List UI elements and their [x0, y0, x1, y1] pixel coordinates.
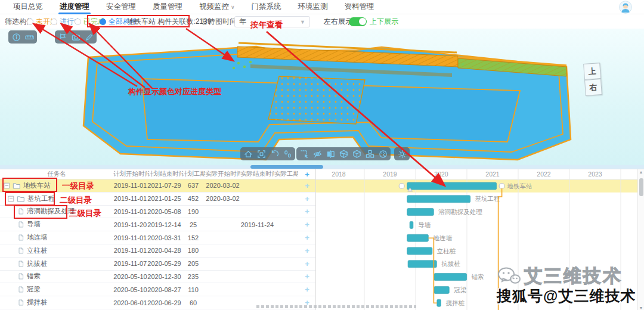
gantt-handle-right[interactable]	[499, 184, 504, 189]
add-row-icon[interactable]: +	[298, 181, 316, 190]
radio-icon[interactable]	[27, 18, 33, 25]
home-icon[interactable]	[242, 148, 254, 159]
schedule-panel: 任务名计划开始时间计划结束时间计划工期实际开始时间实际结束时间实际工期+ 地铁车…	[0, 169, 644, 310]
camera-icon[interactable]	[70, 32, 82, 42]
task-name: 地铁车站	[23, 181, 51, 190]
layout-toggle-switch[interactable]	[349, 17, 367, 26]
pencil-icon[interactable]	[83, 32, 95, 42]
flag-icon[interactable]	[57, 32, 69, 42]
walk-icon[interactable]	[281, 148, 293, 159]
gantt-bar-label: 立柱桩	[437, 247, 456, 255]
view-cube-side-face[interactable]: 右	[584, 79, 602, 96]
add-row-icon[interactable]: +	[298, 207, 316, 216]
cube-icon[interactable]	[351, 148, 363, 159]
gantt-bar[interactable]	[407, 247, 432, 255]
table-row[interactable]: 抗拔桩 2019-11-07 2020-05-29 205 +	[0, 258, 315, 271]
task-name: 导墙	[27, 220, 41, 229]
gantt-bar-label: 锚索	[472, 273, 484, 280]
caption-text-illegible	[256, 305, 416, 308]
component-association-text: 地铁车站 构件关联数:2139	[127, 14, 211, 29]
add-row-icon[interactable]: +	[298, 259, 316, 268]
vertical-scrollbar[interactable]: ▲ ▼	[637, 169, 644, 310]
undo-icon[interactable]	[268, 148, 280, 159]
nav-item-7[interactable]: 资料管理	[336, 0, 383, 14]
table-row[interactable]: 锚索 2020-05-10 2020-12-30 235 +	[0, 271, 315, 284]
gantt-bar[interactable]	[407, 196, 470, 203]
explode-icon[interactable]	[364, 148, 376, 159]
add-row-icon[interactable]: +	[298, 285, 316, 294]
add-row-icon[interactable]: +	[298, 272, 316, 281]
gantt-bar[interactable]	[437, 299, 441, 306]
gantt-bar[interactable]	[407, 182, 497, 190]
top-nav-bar: 项目总览进度管理安全管理质量管理视频监控∨门禁系统环境监测资料管理	[0, 0, 644, 14]
fit-icon[interactable]	[255, 148, 267, 159]
roam-icon[interactable]	[377, 148, 389, 159]
hide-icon[interactable]	[311, 148, 323, 159]
gantt-bar[interactable]	[410, 221, 413, 228]
radio-icon[interactable]	[51, 18, 57, 25]
gantt-unit-select[interactable]: 年 ▼	[234, 16, 310, 27]
doc-icon	[18, 260, 24, 268]
scroll-down-icon[interactable]: ▼	[638, 306, 644, 310]
doc-icon	[18, 207, 24, 215]
table-header-row: 任务名计划开始时间计划结束时间计划工期实际开始时间实际结束时间实际工期+	[0, 169, 315, 179]
section-icon[interactable]	[324, 148, 336, 159]
radio-icon[interactable]	[100, 18, 106, 25]
ruler-icon[interactable]	[23, 32, 35, 42]
task-name: 溶洞勘探及处理	[27, 207, 75, 216]
info-icon[interactable]	[10, 32, 22, 42]
svg-text:2019: 2019	[383, 170, 397, 178]
gantt-bar[interactable]	[408, 261, 436, 268]
doc-icon	[18, 299, 24, 306]
gantt-bar[interactable]	[407, 234, 429, 241]
nav-item-4[interactable]: 视频监控∨	[191, 0, 243, 14]
task-name: 搅拌桩	[27, 298, 48, 307]
table-row[interactable]: 导墙 2019-11-20 2019-12-14 25 2019-11-24 +	[0, 218, 315, 231]
gantt-connector	[499, 188, 502, 310]
table-row[interactable]: 地铁车站 2019-11-01 2021-07-29 637 2020-03-0…	[0, 179, 315, 193]
task-name: 地连墙	[27, 233, 48, 242]
section-box-icon[interactable]	[338, 148, 349, 159]
doc-icon	[18, 286, 24, 293]
table-row[interactable]: 冠梁 2020-05-10 2020-08-27 110 +	[0, 283, 315, 296]
gantt-bar[interactable]	[434, 274, 467, 281]
gantt-bar[interactable]	[407, 209, 434, 216]
doc-icon	[18, 247, 24, 255]
svg-text:2020: 2020	[434, 170, 448, 178]
select-icon[interactable]	[298, 148, 310, 159]
svg-text:2022: 2022	[537, 170, 551, 178]
add-column-icon[interactable]: +	[298, 170, 316, 179]
nav-item-6[interactable]: 环境监测	[290, 0, 336, 14]
view-cube: 上 右	[583, 63, 602, 96]
gantt-chart: 201820192020202120222023地铁车站基坑工程溶洞勘探及处理导…	[316, 169, 644, 310]
nav-item-2[interactable]: 安全管理	[98, 0, 144, 14]
task-table: 任务名计划开始时间计划结束时间计划工期实际开始时间实际结束时间实际工期+ 地铁车…	[0, 169, 316, 310]
add-row-icon[interactable]: +	[298, 194, 316, 203]
layout-toggle-right-label: 上下展示	[370, 17, 398, 27]
radio-icon[interactable]	[75, 18, 81, 25]
user-avatar[interactable]	[619, 1, 632, 14]
table-row[interactable]: 立柱桩 2019-11-01 2020-04-28 180 +	[0, 244, 315, 258]
view-cube-top-face[interactable]: 上	[583, 63, 601, 80]
add-row-icon[interactable]: +	[298, 220, 316, 229]
table-row[interactable]: 地连墙 2019-11-01 2020-03-31 152 +	[0, 231, 315, 244]
doc-icon	[18, 272, 24, 280]
add-row-icon[interactable]: +	[298, 233, 316, 242]
nav-item-5[interactable]: 门禁系统	[243, 0, 290, 14]
nav-item-0[interactable]: 项目总览	[5, 0, 51, 14]
expand-icon[interactable]	[4, 182, 10, 189]
nav-item-1[interactable]: 进度管理	[51, 0, 98, 14]
task-name: 抗拔桩	[27, 259, 48, 268]
model-viewer-3d[interactable]: 上 右	[0, 29, 644, 165]
nav-item-3[interactable]: 质量管理	[144, 0, 191, 14]
add-row-icon[interactable]: +	[298, 246, 316, 255]
table-row[interactable]: 溶洞勘探及处理 2019-11-01 2020-05-08 190 +	[0, 206, 315, 219]
expand-icon[interactable]	[8, 196, 14, 202]
gantt-bar-label: 地连墙	[432, 234, 452, 241]
table-row[interactable]: 基坑工程 2019-11-01 2021-01-25 452 2020-03-0…	[0, 193, 315, 206]
scroll-up-icon[interactable]: ▲	[638, 170, 644, 174]
vertical-scrollbar-thumb[interactable]	[639, 178, 643, 196]
gantt-bar[interactable]	[434, 286, 450, 293]
gantt-handle-left[interactable]	[399, 184, 404, 189]
gear-icon[interactable]	[396, 148, 408, 159]
